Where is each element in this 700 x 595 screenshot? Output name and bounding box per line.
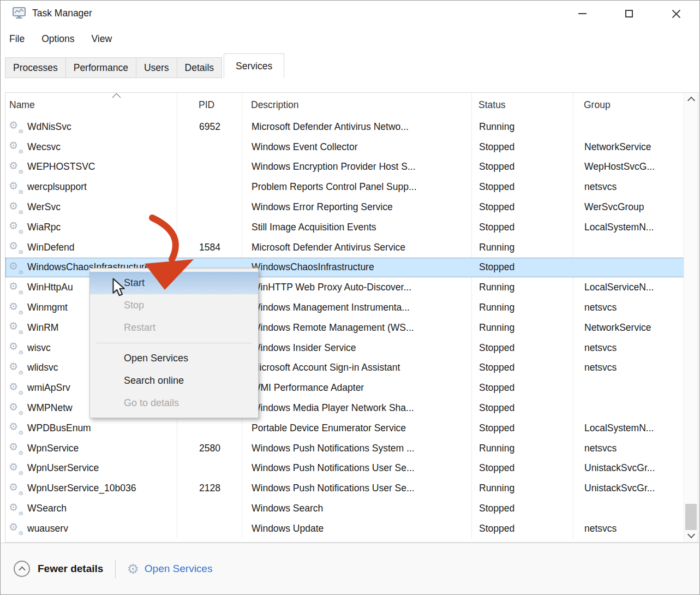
service-row[interactable]: ⚙⚙WPDBusEnumPortable Device Enumerator S… — [5, 418, 684, 438]
scroll-up-button[interactable] — [684, 94, 698, 107]
cell-name: ⚙⚙WEPHOSTSVC — [6, 160, 177, 174]
cell-status: Running — [472, 282, 573, 293]
service-row[interactable]: ⚙⚙WpnUserService_10b0362128Windows Push … — [5, 478, 684, 498]
window-title: Task Manager — [32, 8, 92, 19]
cell-description: Windows Error Reporting Service — [242, 201, 472, 213]
column-header-pid[interactable]: PID — [177, 93, 242, 117]
cell-group: NetworkService — [573, 322, 684, 334]
tab-processes[interactable]: Processes — [5, 57, 66, 78]
list-header: NamePIDDescriptionStatusGroup — [5, 93, 684, 117]
service-gear-icon: ⚙⚙ — [10, 120, 23, 133]
cell-name: ⚙⚙WSearch — [6, 502, 177, 515]
tab-bar: ProcessesPerformanceUsersDetailsServices — [5, 53, 284, 78]
service-gear-icon: ⚙⚙ — [10, 160, 23, 174]
cell-name: ⚙⚙WpnUserService_10b036 — [6, 482, 177, 495]
close-button[interactable] — [653, 1, 699, 27]
context-menu-item-go-to-details: Go to details — [90, 392, 258, 414]
maximize-button[interactable] — [606, 1, 653, 27]
service-gear-icon: ⚙⚙ — [10, 281, 23, 294]
cell-description: WindowsChaosInfrastructure — [242, 261, 472, 273]
service-name-label: Winmgmt — [27, 302, 68, 313]
scroll-down-button[interactable] — [684, 528, 698, 541]
task-manager-icon — [11, 5, 27, 21]
close-icon — [672, 9, 681, 19]
service-row[interactable]: ⚙⚙WdNisSvc6952Microsoft Defender Antivir… — [5, 117, 684, 137]
service-row[interactable]: ⚙⚙WEPHOSTSVCWindows Encryption Provider … — [5, 157, 684, 177]
context-menu-item-open-services[interactable]: Open Services — [90, 347, 258, 370]
service-row[interactable]: ⚙⚙wuauservWindows UpdateStoppednetsvcs — [5, 519, 684, 539]
service-row[interactable]: ⚙⚙WSearchWindows SearchStopped — [5, 498, 684, 519]
context-menu-separator — [97, 343, 252, 343]
service-name-label: WpnUserService — [27, 462, 99, 474]
cell-status: Running — [472, 242, 573, 253]
context-menu-item-restart: Restart — [90, 317, 258, 339]
cell-group: UnistackSvcGr... — [573, 462, 684, 474]
service-row[interactable]: ⚙⚙WpnUserServiceWindows Push Notificatio… — [5, 459, 684, 479]
footer-bar: Fewer details ⚙ Open Services — [1, 543, 699, 594]
cell-status: Stopped — [472, 462, 573, 474]
cell-status: Running — [472, 121, 573, 133]
service-gear-icon: ⚙⚙ — [10, 301, 23, 314]
tab-users[interactable]: Users — [136, 57, 177, 78]
service-name-label: wuauserv — [27, 523, 68, 534]
cell-status: Stopped — [472, 201, 573, 213]
cell-description: Still Image Acquisition Events — [242, 222, 472, 233]
service-name-label: WMPNetw — [27, 402, 73, 414]
cell-status: Stopped — [472, 423, 573, 434]
tab-performance[interactable]: Performance — [65, 57, 136, 78]
service-row[interactable]: ⚙⚙wercplsupportProblem Reports Control P… — [5, 177, 684, 197]
service-row[interactable]: ⚙⚙WiaRpcStill Image Acquisition EventsSt… — [5, 217, 684, 237]
cell-description: Windows Media Player Network Sha... — [242, 402, 472, 414]
cell-group: netsvcs — [573, 342, 684, 354]
cell-status: Stopped — [472, 382, 573, 394]
menu-item-view[interactable]: View — [92, 33, 112, 45]
column-header-group[interactable]: Group — [573, 93, 684, 117]
minimize-button[interactable] — [559, 1, 606, 27]
column-header-status[interactable]: Status — [471, 93, 573, 117]
fewer-details-button[interactable]: Fewer details — [14, 561, 103, 577]
service-name-label: WinRM — [27, 322, 58, 334]
service-gear-icon: ⚙⚙ — [10, 241, 23, 254]
service-name-label: Wecsvc — [27, 141, 61, 153]
service-gear-icon: ⚙⚙ — [10, 382, 23, 395]
menu-item-options[interactable]: Options — [41, 33, 74, 45]
cell-name: ⚙⚙Wecsvc — [6, 140, 177, 153]
service-row[interactable]: ⚙⚙WpnService2580Windows Push Notificatio… — [5, 438, 684, 459]
cell-status: Stopped — [472, 161, 573, 172]
service-gear-icon: ⚙⚙ — [10, 402, 23, 415]
service-name-label: WEPHOSTSVC — [27, 161, 95, 172]
service-name-label: WpnUserService_10b036 — [27, 483, 136, 494]
service-gear-icon: ⚙⚙ — [10, 181, 23, 194]
cell-status: Running — [472, 322, 573, 334]
service-name-label: WerSvc — [27, 201, 61, 213]
service-row[interactable]: ⚙⚙WecsvcWindows Event CollectorStoppedNe… — [5, 137, 684, 157]
column-header-name[interactable]: Name — [5, 93, 177, 117]
menu-item-file[interactable]: File — [9, 33, 25, 45]
scrollbar-thumb[interactable] — [685, 504, 697, 530]
service-gear-icon: ⚙⚙ — [10, 442, 23, 455]
cell-name: ⚙⚙WiaRpc — [6, 221, 177, 234]
cell-description: Windows Push Notifications System ... — [242, 443, 472, 454]
column-header-label: Name — [9, 99, 35, 111]
context-menu-item-start[interactable]: Start — [90, 272, 258, 294]
tab-details[interactable]: Details — [177, 57, 223, 78]
tab-services[interactable]: Services — [224, 53, 284, 78]
context-menu-item-search-online[interactable]: Search online — [90, 370, 258, 392]
cell-description: Microsoft Defender Antivirus Netwo... — [242, 121, 472, 133]
cell-pid: 6952 — [177, 121, 242, 133]
cell-group: NetworkService — [573, 141, 684, 153]
service-name-label: wmiApSrv — [27, 382, 70, 394]
cell-name: ⚙⚙WerSvc — [6, 201, 177, 214]
column-header-description[interactable]: Description — [242, 93, 471, 117]
service-row[interactable]: ⚙⚙WinDefend1584Microsoft Defender Antivi… — [5, 237, 684, 258]
service-name-label: WpnService — [27, 443, 79, 454]
service-row[interactable]: ⚙⚙WerSvcWindows Error Reporting ServiceS… — [5, 197, 684, 217]
cell-status: Stopped — [472, 523, 573, 534]
cell-pid: 2580 — [177, 443, 242, 454]
vertical-scrollbar[interactable] — [684, 93, 698, 542]
cell-description: Windows Push Notifications User Se... — [242, 462, 472, 474]
cell-status: Stopped — [472, 181, 573, 193]
menu-bar: FileOptionsView — [1, 27, 112, 51]
cell-description: Microsoft Defender Antivirus Service — [242, 242, 472, 253]
open-services-link[interactable]: ⚙ Open Services — [127, 562, 212, 576]
